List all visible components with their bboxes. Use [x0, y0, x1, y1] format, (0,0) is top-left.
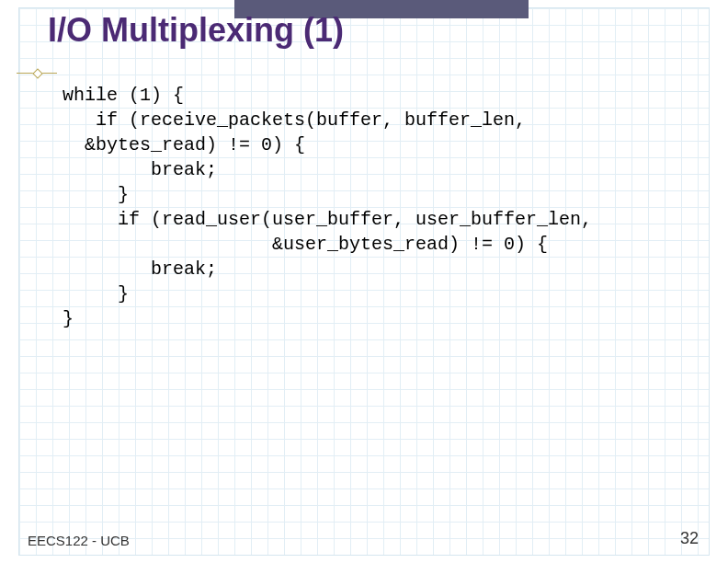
code-block: while (1) { if (receive_packets(buffer, … — [63, 83, 592, 331]
slide-title: I/O Multiplexing (1) — [48, 11, 344, 50]
slide-number: 32 — [680, 529, 699, 548]
title-ornament — [17, 70, 57, 77]
footer-course-label: EECS122 - UCB — [28, 533, 130, 548]
